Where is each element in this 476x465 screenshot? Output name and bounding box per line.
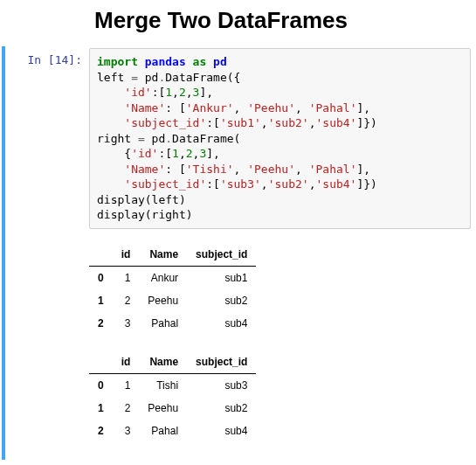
row-index: 0 [89, 374, 113, 398]
row-index: 0 [89, 267, 113, 290]
table-corner [89, 350, 113, 374]
code-cell[interactable]: In [14]: import pandas as pd left = pd.D… [2, 46, 476, 460]
output-area: idNamesubject_id01Ankursub112Peehusub223… [89, 229, 471, 442]
column-header: id [113, 350, 140, 374]
column-header: subject_id [187, 350, 256, 374]
column-header: Name [139, 243, 187, 267]
table-row: 12Peehusub2 [89, 397, 256, 420]
table-cell: 1 [113, 267, 140, 290]
table-cell: 1 [113, 374, 140, 398]
column-header: Name [139, 350, 187, 374]
row-index: 1 [89, 397, 113, 420]
row-index: 2 [89, 312, 113, 335]
column-header: id [113, 243, 140, 267]
column-header: subject_id [187, 243, 256, 267]
table-cell: sub1 [187, 267, 256, 290]
dataframe-table: idNamesubject_id01Tishisub312Peehusub223… [89, 350, 256, 442]
table-cell: 3 [113, 420, 140, 442]
table-cell: Ankur [139, 267, 187, 290]
table-cell: Tishi [139, 374, 187, 398]
table-cell: Pahal [139, 312, 187, 335]
table-cell: 2 [113, 397, 140, 420]
table-cell: sub3 [187, 374, 256, 398]
dataframe-table: idNamesubject_id01Ankursub112Peehusub223… [89, 243, 256, 335]
table-row: 01Tishisub3 [89, 374, 256, 398]
table-row: 12Peehusub2 [89, 289, 256, 312]
table-cell: 3 [113, 312, 140, 335]
table-cell: Peehu [139, 397, 187, 420]
table-cell: sub4 [187, 312, 256, 335]
table-cell: sub4 [187, 420, 256, 442]
page-title: Merge Two DataFrames [94, 7, 476, 34]
table-row: 01Ankursub1 [89, 267, 256, 290]
table-cell: sub2 [187, 397, 256, 420]
cell-body: import pandas as pd left = pd.DataFrame(… [89, 48, 471, 458]
code-input[interactable]: import pandas as pd left = pd.DataFrame(… [89, 48, 471, 229]
table-cell: 2 [113, 289, 140, 312]
table-corner [89, 243, 113, 267]
row-index: 2 [89, 420, 113, 442]
table-row: 23Pahalsub4 [89, 312, 256, 335]
row-index: 1 [89, 289, 113, 312]
table-cell: Peehu [139, 289, 187, 312]
table-row: 23Pahalsub4 [89, 420, 256, 442]
table-cell: sub2 [187, 289, 256, 312]
input-prompt: In [14]: [5, 48, 89, 458]
table-cell: Pahal [139, 420, 187, 442]
